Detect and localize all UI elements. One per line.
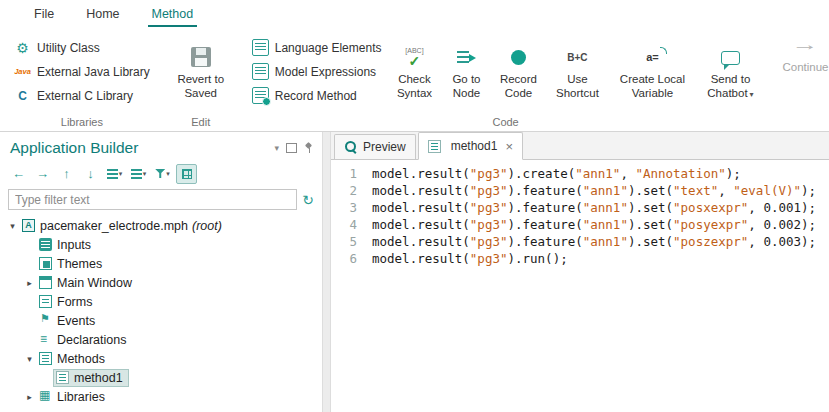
record-method-icon bbox=[252, 87, 269, 104]
move-down-button[interactable]: ↓ bbox=[80, 164, 101, 184]
code-line[interactable]: model.result("pg3").create("ann1", "Anno… bbox=[372, 165, 829, 182]
tab-method[interactable]: Method bbox=[140, 0, 206, 28]
editor-tab-bar: Preview method1 × bbox=[331, 132, 829, 160]
tree-item-forms[interactable]: Forms bbox=[0, 292, 322, 311]
check-syntax-label: Check Syntax bbox=[390, 73, 438, 100]
tree-item-main-window[interactable]: ▸Main Window bbox=[0, 273, 322, 292]
code-line[interactable]: model.result("pg3").feature("ann1").set(… bbox=[372, 182, 829, 199]
tree-item-events[interactable]: Events bbox=[0, 311, 322, 330]
funnel-icon bbox=[155, 169, 165, 178]
code-line[interactable]: model.result("pg3").feature("ann1").set(… bbox=[372, 199, 829, 216]
pin-icon[interactable] bbox=[304, 142, 314, 154]
record-code-icon bbox=[511, 50, 526, 65]
chevron-right-icon[interactable]: ▸ bbox=[23, 278, 36, 288]
highlight-toggle-button[interactable] bbox=[176, 164, 197, 184]
events-icon bbox=[39, 314, 52, 327]
external-java-library-button[interactable]: Java External Java Library bbox=[8, 61, 156, 82]
ribbon-tab-bar: File Home Method bbox=[0, 0, 829, 28]
record-method-button[interactable]: Record Method bbox=[246, 85, 388, 106]
c-language-icon: C bbox=[14, 87, 31, 104]
language-elements-label: Language Elements bbox=[275, 41, 382, 55]
check-syntax-icon: [ABC] ✓ bbox=[405, 47, 423, 68]
code-string: "pg3" bbox=[470, 166, 508, 181]
check-icon: ✓ bbox=[409, 54, 421, 68]
code-string: "posyexpr" bbox=[673, 217, 748, 232]
code-editor[interactable]: 123456 model.result("pg3").create("ann1"… bbox=[331, 160, 829, 412]
revert-to-saved-button[interactable]: Revert to Saved bbox=[168, 40, 234, 102]
tree-item-libraries[interactable]: ▸Libraries bbox=[0, 387, 322, 406]
code-line[interactable]: model.result("pg3").feature("ann1").set(… bbox=[372, 216, 829, 233]
code-text: ).set( bbox=[628, 234, 673, 249]
float-window-icon[interactable] bbox=[286, 143, 297, 153]
libraries-group-label: Libraries bbox=[4, 115, 160, 131]
panel-splitter[interactable] bbox=[322, 132, 331, 412]
tree-item-suffix: (root) bbox=[192, 219, 222, 233]
tree-item-pacemaker-electrode-mph[interactable]: ▾pacemaker_electrode.mph(root) bbox=[0, 216, 322, 235]
forms-icon bbox=[39, 295, 52, 308]
forward-button[interactable]: → bbox=[32, 164, 53, 184]
edit-group: Revert to Saved Edit bbox=[164, 28, 238, 131]
node-grouping-button[interactable]: ▾ bbox=[128, 164, 149, 184]
code-text: , 0.001); bbox=[748, 200, 816, 215]
code-text: , bbox=[620, 166, 635, 181]
continue-button[interactable]: → Continue bbox=[779, 28, 829, 131]
filter-menu-button[interactable]: ▾ bbox=[152, 164, 173, 184]
refresh-icon[interactable]: ↻ bbox=[302, 192, 314, 208]
list-icon bbox=[131, 169, 142, 179]
move-up-button[interactable]: ↑ bbox=[56, 164, 77, 184]
chevron-down-icon[interactable]: ▾ bbox=[6, 221, 19, 231]
tree-node-content: Forms bbox=[36, 293, 98, 311]
go-to-node-button[interactable]: Go to Node bbox=[441, 40, 491, 102]
tree-item-label: Main Window bbox=[57, 276, 132, 290]
send-to-chatbot-button[interactable]: Send to Chatbot▾ bbox=[695, 40, 765, 102]
tree-item-inputs[interactable]: Inputs bbox=[0, 235, 322, 254]
filter-row: ↻ bbox=[0, 187, 322, 214]
utility-class-button[interactable]: ⚙ Utility Class bbox=[8, 37, 156, 58]
node-order-button[interactable]: ▾ bbox=[104, 164, 125, 184]
chevron-right-icon[interactable]: ▸ bbox=[23, 392, 36, 402]
code-line[interactable]: model.result("pg3").feature("ann1").set(… bbox=[372, 233, 829, 250]
gear-icon: ⚙ bbox=[14, 39, 31, 56]
close-tab-icon[interactable]: × bbox=[505, 140, 513, 153]
code-text: , 0.003); bbox=[748, 234, 816, 249]
window-icon bbox=[39, 276, 52, 289]
tree-node-content: Main Window bbox=[36, 274, 138, 292]
methods-icon bbox=[39, 352, 52, 365]
tab-home[interactable]: Home bbox=[74, 0, 131, 28]
language-elements-button[interactable]: Language Elements bbox=[246, 37, 388, 58]
tab-preview[interactable]: Preview bbox=[334, 134, 416, 159]
external-java-library-label: External Java Library bbox=[37, 65, 150, 79]
model-expressions-button[interactable]: Model Expressions bbox=[246, 61, 388, 82]
code-text: ).feature( bbox=[507, 217, 582, 232]
back-button[interactable]: ← bbox=[8, 164, 29, 184]
code-text: ).feature( bbox=[507, 200, 582, 215]
chevron-down-icon[interactable]: ▾ bbox=[23, 354, 36, 364]
code-line[interactable]: model.result("pg3").run(); bbox=[372, 250, 829, 267]
tab-method1[interactable]: method1 × bbox=[418, 132, 523, 160]
use-shortcut-button[interactable]: B+C Use Shortcut bbox=[545, 40, 609, 102]
send-to-chatbot-label: Send to Chatbot bbox=[707, 73, 750, 99]
tree-item-method1[interactable]: method1 bbox=[0, 368, 322, 387]
tree-item-methods[interactable]: ▾Methods bbox=[0, 349, 322, 368]
themes-icon bbox=[39, 257, 52, 270]
tree-node-content: pacemaker_electrode.mph(root) bbox=[19, 217, 228, 235]
check-syntax-button[interactable]: [ABC] ✓ Check Syntax bbox=[387, 40, 441, 102]
code-text: model.result( bbox=[372, 200, 470, 215]
external-c-library-label: External C Library bbox=[37, 89, 133, 103]
code-string: "pg3" bbox=[470, 234, 508, 249]
tree-item-themes[interactable]: Themes bbox=[0, 254, 322, 273]
continue-arrow-icon: → bbox=[792, 36, 819, 54]
filter-input[interactable] bbox=[8, 189, 297, 210]
ribbon: ⚙ Utility Class Java External Java Libra… bbox=[0, 28, 829, 132]
go-to-node-label: Go to Node bbox=[444, 73, 488, 100]
external-c-library-button[interactable]: C External C Library bbox=[8, 85, 156, 106]
code-text: ).set( bbox=[628, 200, 673, 215]
panel-menu-icon[interactable]: ▾ bbox=[274, 143, 279, 153]
code-string: "text" bbox=[673, 183, 718, 198]
tree-item-declarations[interactable]: Declarations bbox=[0, 330, 322, 349]
tab-file[interactable]: File bbox=[22, 0, 66, 28]
record-code-button[interactable]: Record Code bbox=[491, 40, 545, 102]
create-local-variable-button[interactable]: a= Create Local Variable bbox=[609, 40, 695, 102]
line-number: 1 bbox=[331, 165, 357, 182]
tree-item-label: Declarations bbox=[57, 333, 126, 347]
